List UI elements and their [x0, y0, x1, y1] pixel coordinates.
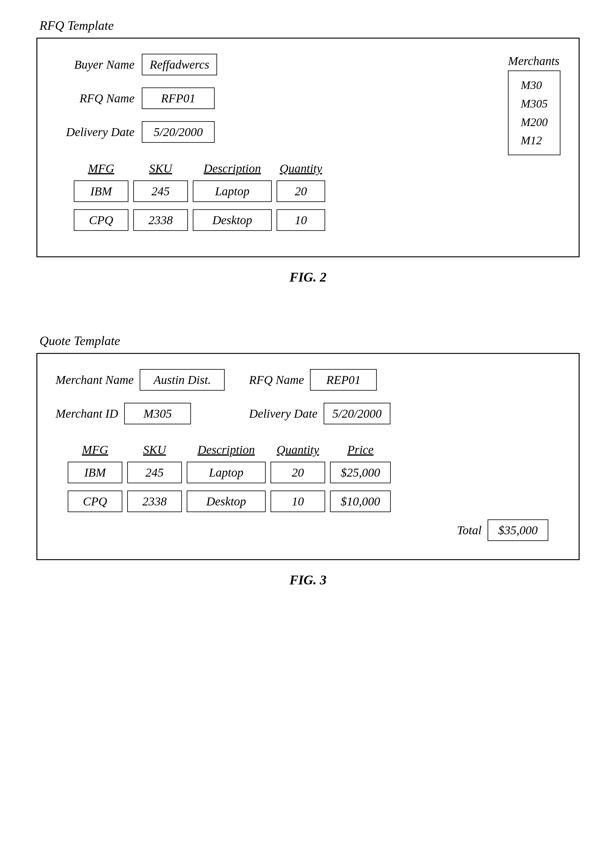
rfq-cell-qty-0[interactable]: 20 [277, 180, 325, 202]
quote-col-desc: Description [187, 442, 266, 457]
rfq-table-header: MFG SKU Description Quantity [74, 161, 560, 176]
quote-cell-qty-0[interactable]: 20 [270, 462, 325, 483]
rfq-col-qty: Quantity [277, 161, 325, 176]
delivery-date-label: Delivery Date [56, 125, 134, 139]
quote-rfq-name-label: RFQ Name [249, 373, 304, 387]
quote-cell-sku-1[interactable]: 2338 [127, 490, 182, 512]
rfq-template-label: RFQ Template [36, 18, 580, 33]
rfq-top-area: Buyer Name Reffadwercs RFQ Name RFP01 De… [56, 54, 560, 155]
fig2-caption: FIG. 2 [36, 269, 580, 285]
quote-cell-desc-1[interactable]: Desktop [187, 490, 266, 512]
merchant-name-input[interactable]: Austin Dist. [140, 369, 225, 390]
rfq-cell-desc-1[interactable]: Desktop [193, 209, 272, 231]
quote-col-price: Price [330, 442, 391, 457]
rfq-col-desc: Description [193, 161, 272, 176]
quote-template-label: Quote Template [36, 334, 580, 348]
merchant-id-label: Merchant ID [56, 406, 118, 421]
quote-col-qty: Quantity [270, 442, 325, 457]
merchants-list: M30 M305 M200 M12 [508, 70, 560, 155]
buyer-name-label: Buyer Name [56, 58, 134, 72]
quote-cell-mfg-1[interactable]: CPQ [68, 490, 122, 512]
merchant-item-0: M30 [521, 76, 548, 94]
quote-template-box: Merchant Name Austin Dist. Merchant ID M… [36, 353, 580, 560]
quote-left-fields: Merchant Name Austin Dist. Merchant ID M… [56, 369, 225, 436]
quote-col-sku: SKU [127, 442, 182, 457]
quote-table-row-0: IBM 245 Laptop 20 $25,000 [68, 462, 560, 483]
merchant-name-row: Merchant Name Austin Dist. [56, 369, 225, 390]
delivery-date-row: Delivery Date 5/20/2000 [56, 121, 217, 143]
rfq-cell-mfg-0[interactable]: IBM [74, 180, 128, 202]
rfq-merchants-area: Merchants M30 M305 M200 M12 [508, 54, 560, 155]
rfq-template-box: Buyer Name Reffadwercs RFQ Name RFP01 De… [36, 37, 580, 257]
rfq-name-row: RFQ Name RFP01 [56, 87, 217, 109]
total-input[interactable]: $35,000 [488, 519, 548, 541]
quote-cell-qty-1[interactable]: 10 [270, 490, 325, 512]
quote-cell-desc-0[interactable]: Laptop [187, 462, 266, 483]
merchant-item-3: M12 [521, 131, 548, 150]
merchant-name-label: Merchant Name [56, 373, 134, 387]
rfq-name-input[interactable]: RFP01 [142, 87, 215, 109]
quote-table-row-1: CPQ 2338 Desktop 10 $10,000 [68, 490, 560, 512]
buyer-name-input[interactable]: Reffadwercs [142, 54, 217, 75]
quote-table: MFG SKU Description Quantity Price IBM 2… [56, 442, 560, 541]
fig3-caption: FIG. 3 [36, 572, 580, 588]
quote-delivery-date-input[interactable]: 5/20/2000 [324, 403, 390, 424]
rfq-table-row-1: CPQ 2338 Desktop 10 [74, 209, 560, 231]
merchant-id-row: Merchant ID M305 [56, 403, 225, 424]
buyer-name-row: Buyer Name Reffadwercs [56, 54, 217, 75]
total-label: Total [457, 523, 482, 537]
quote-right-fields: RFQ Name REP01 Delivery Date 5/20/2000 [249, 369, 390, 436]
quote-delivery-date-row: Delivery Date 5/20/2000 [249, 403, 390, 424]
merchant-item-1: M305 [521, 94, 548, 113]
quote-delivery-date-label: Delivery Date [249, 406, 317, 421]
merchants-label: Merchants [508, 54, 560, 68]
quote-cell-mfg-0[interactable]: IBM [68, 462, 122, 483]
rfq-left-fields: Buyer Name Reffadwercs RFQ Name RFP01 De… [56, 54, 217, 155]
rfq-table: MFG SKU Description Quantity IBM 245 Lap… [56, 161, 560, 231]
rfq-col-mfg: MFG [74, 161, 128, 176]
quote-total-row: Total $35,000 [56, 519, 548, 541]
quote-rfq-name-row: RFQ Name REP01 [249, 369, 390, 390]
quote-cell-price-0[interactable]: $25,000 [330, 462, 391, 483]
rfq-cell-desc-0[interactable]: Laptop [193, 180, 272, 202]
quote-cell-sku-0[interactable]: 245 [127, 462, 182, 483]
delivery-date-input[interactable]: 5/20/2000 [142, 121, 215, 143]
rfq-table-row-0: IBM 245 Laptop 20 [74, 180, 560, 202]
rfq-cell-mfg-1[interactable]: CPQ [74, 209, 128, 231]
merchant-item-2: M200 [521, 113, 548, 131]
rfq-name-label: RFQ Name [56, 91, 134, 105]
quote-fields-area: Merchant Name Austin Dist. Merchant ID M… [56, 369, 560, 436]
rfq-cell-sku-1[interactable]: 2338 [133, 209, 188, 231]
quote-template-section: Quote Template Merchant Name Austin Dist… [36, 334, 580, 612]
rfq-cell-sku-0[interactable]: 245 [133, 180, 188, 202]
rfq-col-sku: SKU [133, 161, 188, 176]
quote-table-header: MFG SKU Description Quantity Price [68, 442, 560, 457]
rfq-template-section: RFQ Template Buyer Name Reffadwercs RFQ … [36, 18, 580, 309]
rfq-cell-qty-1[interactable]: 10 [277, 209, 325, 231]
quote-rfq-name-input[interactable]: REP01 [310, 369, 377, 390]
merchant-id-input[interactable]: M305 [124, 403, 191, 424]
quote-cell-price-1[interactable]: $10,000 [330, 490, 391, 512]
quote-col-mfg: MFG [68, 442, 122, 457]
